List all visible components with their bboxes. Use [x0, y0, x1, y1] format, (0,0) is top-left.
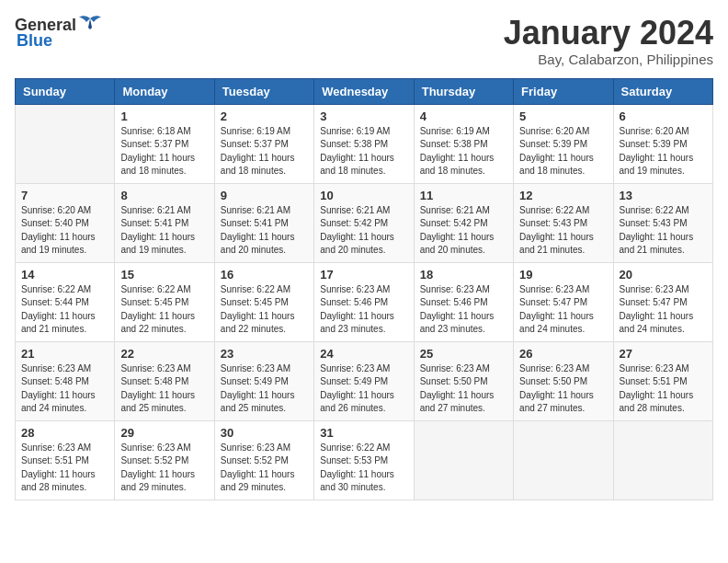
calendar-week-4: 28Sunrise: 6:23 AM Sunset: 5:51 PM Dayli… [16, 420, 713, 500]
calendar-cell: 1Sunrise: 6:18 AM Sunset: 5:37 PM Daylig… [115, 104, 214, 183]
day-info: Sunrise: 6:23 AM Sunset: 5:48 PM Dayligh… [120, 362, 208, 416]
calendar-cell: 8Sunrise: 6:21 AM Sunset: 5:41 PM Daylig… [115, 183, 214, 262]
calendar-cell: 6Sunrise: 6:20 AM Sunset: 5:39 PM Daylig… [613, 104, 712, 183]
day-number: 14 [21, 268, 108, 282]
day-number: 30 [221, 426, 308, 440]
day-info: Sunrise: 6:20 AM Sunset: 5:39 PM Dayligh… [519, 125, 607, 178]
day-info: Sunrise: 6:23 AM Sunset: 5:50 PM Dayligh… [519, 362, 607, 416]
day-info: Sunrise: 6:23 AM Sunset: 5:52 PM Dayligh… [221, 442, 308, 495]
day-info: Sunrise: 6:19 AM Sunset: 5:38 PM Dayligh… [420, 125, 507, 178]
day-number: 24 [320, 347, 407, 361]
day-info: Sunrise: 6:21 AM Sunset: 5:41 PM Dayligh… [221, 204, 308, 258]
day-info: Sunrise: 6:23 AM Sunset: 5:52 PM Dayligh… [120, 442, 208, 495]
day-info: Sunrise: 6:23 AM Sunset: 5:49 PM Dayligh… [221, 362, 308, 416]
day-info: Sunrise: 6:21 AM Sunset: 5:42 PM Dayligh… [420, 204, 507, 258]
calendar-cell: 25Sunrise: 6:23 AM Sunset: 5:50 PM Dayli… [414, 341, 513, 420]
day-number: 19 [519, 268, 607, 282]
day-number: 25 [420, 347, 507, 361]
calendar-cell: 10Sunrise: 6:21 AM Sunset: 5:42 PM Dayli… [314, 183, 414, 262]
day-number: 4 [420, 109, 507, 123]
calendar-table: SundayMondayTuesdayWednesdayThursdayFrid… [15, 78, 713, 500]
page-header: General Blue January 2024 Bay, Calabarzo… [15, 15, 713, 67]
title-block: January 2024 Bay, Calabarzon, Philippine… [504, 15, 713, 67]
calendar-cell: 18Sunrise: 6:23 AM Sunset: 5:46 PM Dayli… [414, 262, 513, 341]
day-number: 26 [519, 347, 607, 361]
calendar-cell: 5Sunrise: 6:20 AM Sunset: 5:39 PM Daylig… [514, 104, 613, 183]
day-info: Sunrise: 6:23 AM Sunset: 5:47 PM Dayligh… [519, 283, 607, 337]
day-info: Sunrise: 6:20 AM Sunset: 5:39 PM Dayligh… [620, 125, 707, 178]
calendar-cell: 3Sunrise: 6:19 AM Sunset: 5:38 PM Daylig… [314, 104, 414, 183]
day-info: Sunrise: 6:22 AM Sunset: 5:45 PM Dayligh… [120, 283, 208, 337]
day-number: 31 [320, 426, 407, 440]
day-info: Sunrise: 6:22 AM Sunset: 5:45 PM Dayligh… [221, 283, 308, 337]
calendar-week-3: 21Sunrise: 6:23 AM Sunset: 5:48 PM Dayli… [16, 341, 713, 420]
header-tuesday: Tuesday [214, 78, 313, 104]
calendar-cell: 14Sunrise: 6:22 AM Sunset: 5:44 PM Dayli… [16, 262, 115, 341]
day-number: 1 [120, 109, 208, 123]
day-number: 7 [21, 189, 108, 202]
calendar-cell: 2Sunrise: 6:19 AM Sunset: 5:37 PM Daylig… [214, 104, 313, 183]
calendar-subtitle: Bay, Calabarzon, Philippines [504, 52, 713, 67]
day-number: 9 [221, 189, 308, 202]
logo-bird-icon [78, 15, 102, 35]
calendar-title: January 2024 [504, 15, 713, 52]
day-info: Sunrise: 6:19 AM Sunset: 5:37 PM Dayligh… [221, 125, 308, 178]
day-number: 22 [120, 347, 208, 361]
day-number: 28 [21, 426, 108, 440]
day-number: 10 [320, 189, 407, 202]
calendar-cell: 22Sunrise: 6:23 AM Sunset: 5:48 PM Dayli… [115, 341, 214, 420]
calendar-week-2: 14Sunrise: 6:22 AM Sunset: 5:44 PM Dayli… [16, 262, 713, 341]
day-info: Sunrise: 6:22 AM Sunset: 5:53 PM Dayligh… [320, 442, 407, 495]
day-info: Sunrise: 6:22 AM Sunset: 5:43 PM Dayligh… [519, 204, 607, 258]
day-info: Sunrise: 6:21 AM Sunset: 5:42 PM Dayligh… [320, 204, 407, 258]
day-info: Sunrise: 6:23 AM Sunset: 5:48 PM Dayligh… [21, 362, 108, 416]
day-number: 12 [519, 189, 607, 202]
calendar-cell: 30Sunrise: 6:23 AM Sunset: 5:52 PM Dayli… [214, 420, 313, 500]
calendar-cell [514, 420, 613, 500]
logo: General Blue [15, 15, 102, 51]
day-info: Sunrise: 6:23 AM Sunset: 5:51 PM Dayligh… [21, 442, 108, 495]
day-number: 2 [221, 109, 308, 123]
day-number: 11 [420, 189, 507, 202]
calendar-cell: 12Sunrise: 6:22 AM Sunset: 5:43 PM Dayli… [514, 183, 613, 262]
header-monday: Monday [115, 78, 214, 104]
day-info: Sunrise: 6:23 AM Sunset: 5:49 PM Dayligh… [320, 362, 407, 416]
calendar-week-0: 1Sunrise: 6:18 AM Sunset: 5:37 PM Daylig… [16, 104, 713, 183]
logo-blue-text: Blue [17, 31, 52, 51]
day-info: Sunrise: 6:23 AM Sunset: 5:46 PM Dayligh… [420, 283, 507, 337]
day-info: Sunrise: 6:19 AM Sunset: 5:38 PM Dayligh… [320, 125, 407, 178]
calendar-cell: 24Sunrise: 6:23 AM Sunset: 5:49 PM Dayli… [314, 341, 414, 420]
day-number: 23 [221, 347, 308, 361]
calendar-cell [16, 104, 115, 183]
day-number: 29 [120, 426, 208, 440]
calendar-header-row: SundayMondayTuesdayWednesdayThursdayFrid… [16, 78, 713, 104]
day-number: 3 [320, 109, 407, 123]
day-info: Sunrise: 6:21 AM Sunset: 5:41 PM Dayligh… [120, 204, 208, 258]
calendar-cell: 7Sunrise: 6:20 AM Sunset: 5:40 PM Daylig… [16, 183, 115, 262]
calendar-cell: 17Sunrise: 6:23 AM Sunset: 5:46 PM Dayli… [314, 262, 414, 341]
calendar-cell: 23Sunrise: 6:23 AM Sunset: 5:49 PM Dayli… [214, 341, 313, 420]
day-number: 27 [620, 347, 707, 361]
day-number: 6 [620, 109, 707, 123]
calendar-cell: 11Sunrise: 6:21 AM Sunset: 5:42 PM Dayli… [414, 183, 513, 262]
calendar-week-1: 7Sunrise: 6:20 AM Sunset: 5:40 PM Daylig… [16, 183, 713, 262]
day-number: 13 [620, 189, 707, 202]
calendar-cell: 4Sunrise: 6:19 AM Sunset: 5:38 PM Daylig… [414, 104, 513, 183]
calendar-cell: 20Sunrise: 6:23 AM Sunset: 5:47 PM Dayli… [613, 262, 712, 341]
day-info: Sunrise: 6:23 AM Sunset: 5:46 PM Dayligh… [320, 283, 407, 337]
calendar-cell: 26Sunrise: 6:23 AM Sunset: 5:50 PM Dayli… [514, 341, 613, 420]
day-number: 21 [21, 347, 108, 361]
calendar-cell: 16Sunrise: 6:22 AM Sunset: 5:45 PM Dayli… [214, 262, 313, 341]
header-sunday: Sunday [16, 78, 115, 104]
day-number: 16 [221, 268, 308, 282]
day-info: Sunrise: 6:22 AM Sunset: 5:43 PM Dayligh… [620, 204, 707, 258]
calendar-cell [414, 420, 513, 500]
calendar-cell: 9Sunrise: 6:21 AM Sunset: 5:41 PM Daylig… [214, 183, 313, 262]
header-thursday: Thursday [414, 78, 513, 104]
day-number: 20 [620, 268, 707, 282]
calendar-cell: 31Sunrise: 6:22 AM Sunset: 5:53 PM Dayli… [314, 420, 414, 500]
day-number: 8 [120, 189, 208, 202]
calendar-cell [613, 420, 712, 500]
calendar-cell: 27Sunrise: 6:23 AM Sunset: 5:51 PM Dayli… [613, 341, 712, 420]
header-wednesday: Wednesday [314, 78, 414, 104]
